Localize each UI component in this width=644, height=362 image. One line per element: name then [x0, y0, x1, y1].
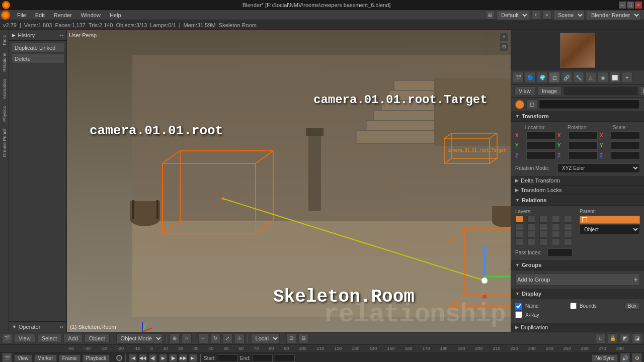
layer-4[interactable] — [552, 216, 560, 223]
timeline-frame-button[interactable]: Frame — [59, 354, 80, 362]
plus-layout-icon[interactable]: + — [531, 11, 540, 20]
timeline-view-button[interactable]: View — [14, 354, 32, 362]
bounds-type-button[interactable]: Box — [624, 302, 640, 310]
end-frame-input[interactable]: 250 — [253, 354, 273, 362]
scale-x-input[interactable]: 1.000 — [611, 131, 640, 140]
tab-grease-pencil[interactable]: Grease Pencil — [1, 126, 8, 160]
transform-section-header[interactable]: ▼ Transform — [511, 111, 644, 122]
audio-icon[interactable]: 🔊 — [620, 353, 630, 362]
history-header[interactable]: ▶ History •• — [9, 30, 66, 41]
prop-tab-data[interactable]: △ — [585, 72, 596, 83]
prop-tab-world[interactable]: 🌍 — [537, 72, 548, 83]
operator-header[interactable]: ▼ Operator •• — [9, 322, 66, 332]
prop-tab-material[interactable]: ◉ — [597, 72, 608, 83]
play-button[interactable]: ▶ — [159, 354, 167, 362]
layer-9[interactable] — [552, 223, 560, 230]
layer-2[interactable] — [527, 216, 535, 223]
timeline-marker-button[interactable]: Marker — [34, 354, 57, 362]
render-region[interactable]: □ — [596, 333, 606, 343]
scale-icon[interactable]: ⤢ — [222, 333, 232, 343]
bounds-checkbox[interactable] — [570, 303, 577, 309]
image-button[interactable]: Image — [537, 86, 562, 96]
relations-header[interactable]: ▼ Relations — [511, 195, 644, 206]
layer-12[interactable] — [527, 231, 535, 238]
menu-window[interactable]: Window — [77, 11, 105, 19]
layer-3[interactable] — [539, 216, 547, 223]
view-button[interactable]: View — [514, 86, 535, 96]
loc-z-input[interactable]: 0.00000 — [526, 151, 555, 160]
jump-start-button[interactable]: |◀ — [129, 354, 137, 362]
rot-z-input[interactable]: 0° — [569, 151, 598, 160]
scale-y-input[interactable]: 1.000 — [611, 141, 640, 150]
layer-15[interactable] — [564, 231, 572, 238]
jump-prev-button[interactable]: ◀◀ — [139, 354, 147, 362]
texture-name-input[interactable]: brick.tga — [564, 86, 638, 96]
close-button[interactable]: × — [635, 2, 642, 9]
loc-y-input[interactable]: 0.00003 — [526, 141, 555, 150]
object-name-input[interactable]: Skeleton.Room — [539, 100, 640, 109]
timeline-camera-icon[interactable]: 🎬 — [2, 353, 12, 362]
delete-button[interactable]: Delete — [11, 54, 64, 64]
sync-icon[interactable]: ⚙ — [632, 353, 642, 362]
name-checkbox[interactable] — [515, 303, 522, 310]
global-local-toggle[interactable]: ⊕ — [170, 333, 180, 343]
lock-camera[interactable]: 🔒 — [608, 333, 618, 343]
jump-end-button[interactable]: ▶| — [189, 354, 197, 362]
screen-layout-icon[interactable]: ⊞ — [486, 11, 495, 20]
loc-x-input[interactable]: 0.00003 — [526, 131, 555, 140]
display-header[interactable]: ▼ Display — [511, 289, 644, 299]
layer-14[interactable] — [552, 231, 560, 238]
prop-tab-modifier[interactable]: 🔧 — [573, 72, 584, 83]
layer-6[interactable] — [515, 223, 523, 230]
viewport-shade-1[interactable]: ◩ — [620, 333, 630, 343]
prop-tab-constraints[interactable]: 🔗 — [561, 72, 572, 83]
timeline-playback-button[interactable]: Playback — [83, 354, 110, 362]
pass-index-input[interactable]: 0 — [547, 248, 573, 257]
menu-help[interactable]: Help — [106, 11, 125, 19]
rot-y-input[interactable]: 0° — [569, 141, 598, 150]
viewport-shade-2[interactable]: ◪ — [632, 333, 642, 343]
f-button[interactable]: F — [640, 86, 644, 96]
transform-locks-header[interactable]: ▶ Transform Locks — [511, 186, 644, 195]
select-button[interactable]: Select — [37, 334, 62, 343]
delta-transform-header[interactable]: ▶ Delta Transform — [511, 176, 644, 186]
prop-tab-scene[interactable]: 🔵 — [525, 72, 536, 83]
toolbar-camera-icon[interactable]: 🎬 — [2, 333, 12, 343]
translate-icon[interactable]: ↔ — [198, 333, 208, 343]
layer-5[interactable] — [564, 216, 572, 223]
viewport-expand-icon[interactable]: + — [500, 32, 509, 41]
start-frame-input[interactable]: 1 — [218, 354, 238, 362]
engine-select[interactable]: Blender Render — [587, 10, 641, 20]
sync-button[interactable]: No Sync — [592, 354, 618, 362]
duplication-header[interactable]: ▶ Duplication — [511, 323, 644, 332]
xray-checkbox[interactable] — [515, 311, 522, 318]
layer-8[interactable] — [539, 223, 547, 230]
rotate-icon[interactable]: ↻ — [210, 333, 220, 343]
prop-tab-object[interactable]: ◻ — [549, 72, 560, 83]
menu-file[interactable]: File — [13, 11, 30, 19]
layer-11[interactable] — [515, 231, 523, 238]
scale-z-input[interactable]: 1.000 — [611, 151, 640, 160]
layer-10[interactable] — [564, 223, 572, 230]
prop-tab-texture[interactable]: ⬜ — [609, 72, 620, 83]
maximize-button[interactable]: □ — [627, 2, 634, 9]
tab-animation[interactable]: Animation — [1, 76, 8, 102]
parent-type-select[interactable]: Object — [580, 225, 640, 234]
proportional-edit[interactable]: ○ — [182, 333, 192, 343]
viewport[interactable]: camera.01.01.root.Target — [67, 30, 511, 332]
jump-next-button[interactable]: ▶▶ — [179, 354, 187, 362]
layer-20[interactable] — [564, 238, 572, 245]
tab-physics[interactable]: Physics — [1, 103, 8, 125]
prev-frame-button[interactable]: ◀| — [149, 354, 157, 362]
scene-select[interactable]: Scene — [553, 10, 585, 20]
prop-tab-render[interactable]: 🎬 — [513, 72, 524, 83]
layer-18[interactable] — [539, 238, 547, 245]
menu-render[interactable]: Render — [50, 11, 76, 19]
tab-relations[interactable]: Relations — [1, 50, 8, 75]
current-frame-input[interactable]: 1 — [275, 354, 295, 362]
tab-tools[interactable]: Tools — [1, 32, 8, 49]
minus-layout-icon[interactable]: × — [542, 11, 551, 20]
object-button[interactable]: Object — [85, 334, 110, 343]
menu-edit[interactable]: Edit — [31, 11, 49, 19]
duplicate-linked-button[interactable]: Duplicate Linked — [11, 43, 64, 53]
